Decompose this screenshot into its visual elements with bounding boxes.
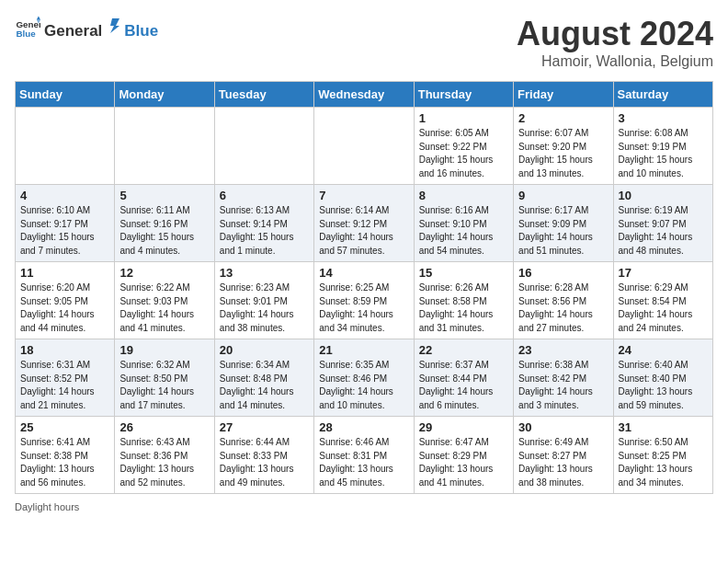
day-info: Sunrise: 6:11 AM Sunset: 9:16 PM Dayligh… (119, 204, 209, 258)
calendar-week-row: 4Sunrise: 6:10 AM Sunset: 9:17 PM Daylig… (16, 185, 713, 262)
day-number: 22 (419, 343, 508, 357)
calendar-day-cell: 24Sunrise: 6:40 AM Sunset: 8:40 PM Dayli… (613, 339, 712, 417)
calendar-day-cell: 10Sunrise: 6:19 AM Sunset: 9:07 PM Dayli… (613, 185, 712, 262)
calendar-day-cell: 17Sunrise: 6:29 AM Sunset: 8:54 PM Dayli… (613, 262, 712, 339)
day-info: Sunrise: 6:29 AM Sunset: 8:54 PM Dayligh… (619, 282, 708, 335)
calendar-day-cell: 11Sunrise: 6:20 AM Sunset: 9:05 PM Dayli… (16, 262, 115, 339)
day-info: Sunrise: 6:25 AM Sunset: 8:59 PM Dayligh… (319, 282, 408, 335)
day-number: 11 (20, 266, 109, 280)
svg-marker-4 (110, 18, 119, 33)
day-number: 30 (518, 420, 608, 434)
day-number: 19 (119, 343, 209, 357)
calendar-day-cell (16, 108, 115, 185)
day-info: Sunrise: 6:22 AM Sunset: 9:03 PM Dayligh… (119, 282, 209, 335)
day-number: 27 (220, 420, 309, 434)
calendar-day-cell: 23Sunrise: 6:38 AM Sunset: 8:42 PM Dayli… (514, 339, 613, 417)
calendar-day-cell: 5Sunrise: 6:11 AM Sunset: 9:16 PM Daylig… (115, 185, 214, 262)
calendar-day-cell: 1Sunrise: 6:05 AM Sunset: 9:22 PM Daylig… (414, 108, 513, 185)
calendar-col-header: Wednesday (314, 82, 414, 108)
day-number: 4 (20, 189, 109, 202)
footer-note: Daylight hours (15, 501, 713, 512)
day-info: Sunrise: 6:49 AM Sunset: 8:27 PM Dayligh… (518, 436, 608, 489)
calendar-day-cell: 31Sunrise: 6:50 AM Sunset: 8:25 PM Dayli… (613, 417, 712, 494)
day-info: Sunrise: 6:26 AM Sunset: 8:58 PM Dayligh… (419, 282, 508, 335)
calendar-day-cell: 30Sunrise: 6:49 AM Sunset: 8:27 PM Dayli… (514, 417, 613, 494)
day-info: Sunrise: 6:41 AM Sunset: 8:38 PM Dayligh… (20, 436, 109, 489)
day-number: 18 (20, 343, 109, 357)
calendar-col-header: Tuesday (214, 82, 313, 108)
calendar-day-cell (115, 108, 214, 185)
day-number: 13 (220, 266, 309, 280)
day-number: 23 (518, 343, 608, 357)
logo-icon: General Blue (15, 15, 40, 40)
day-info: Sunrise: 6:44 AM Sunset: 8:33 PM Dayligh… (220, 436, 309, 489)
day-info: Sunrise: 6:07 AM Sunset: 9:20 PM Dayligh… (518, 127, 608, 180)
day-number: 26 (119, 420, 209, 434)
day-info: Sunrise: 6:37 AM Sunset: 8:44 PM Dayligh… (419, 359, 508, 412)
calendar-day-cell: 15Sunrise: 6:26 AM Sunset: 8:58 PM Dayli… (414, 262, 513, 339)
svg-marker-2 (37, 16, 40, 19)
calendar-col-header: Friday (514, 82, 613, 108)
calendar-week-row: 11Sunrise: 6:20 AM Sunset: 9:05 PM Dayli… (16, 262, 713, 339)
day-info: Sunrise: 6:43 AM Sunset: 8:36 PM Dayligh… (119, 436, 209, 489)
calendar-day-cell: 20Sunrise: 6:34 AM Sunset: 8:48 PM Dayli… (214, 339, 313, 417)
calendar-day-cell: 22Sunrise: 6:37 AM Sunset: 8:44 PM Dayli… (414, 339, 513, 417)
calendar-col-header: Monday (115, 82, 214, 108)
day-number: 21 (319, 343, 408, 357)
day-number: 1 (419, 111, 508, 125)
day-number: 5 (119, 189, 209, 202)
calendar-day-cell: 9Sunrise: 6:17 AM Sunset: 9:09 PM Daylig… (514, 185, 613, 262)
logo-arrow-icon (103, 16, 123, 36)
calendar-day-cell: 29Sunrise: 6:47 AM Sunset: 8:29 PM Dayli… (414, 417, 513, 494)
day-info: Sunrise: 6:13 AM Sunset: 9:14 PM Dayligh… (220, 204, 309, 258)
calendar-week-row: 25Sunrise: 6:41 AM Sunset: 8:38 PM Dayli… (16, 417, 713, 494)
day-info: Sunrise: 6:35 AM Sunset: 8:46 PM Dayligh… (319, 359, 408, 412)
day-info: Sunrise: 6:16 AM Sunset: 9:10 PM Dayligh… (419, 204, 508, 258)
day-number: 29 (419, 420, 508, 434)
day-info: Sunrise: 6:05 AM Sunset: 9:22 PM Dayligh… (419, 127, 508, 180)
day-info: Sunrise: 6:23 AM Sunset: 9:01 PM Dayligh… (220, 282, 309, 335)
calendar-week-row: 18Sunrise: 6:31 AM Sunset: 8:52 PM Dayli… (16, 339, 713, 417)
day-info: Sunrise: 6:38 AM Sunset: 8:42 PM Dayligh… (518, 359, 608, 412)
day-number: 17 (619, 266, 708, 280)
day-info: Sunrise: 6:34 AM Sunset: 8:48 PM Dayligh… (220, 359, 309, 412)
day-info: Sunrise: 6:10 AM Sunset: 9:17 PM Dayligh… (20, 204, 109, 258)
calendar-day-cell: 13Sunrise: 6:23 AM Sunset: 9:01 PM Dayli… (214, 262, 313, 339)
day-info: Sunrise: 6:46 AM Sunset: 8:31 PM Dayligh… (319, 436, 408, 489)
calendar-week-row: 1Sunrise: 6:05 AM Sunset: 9:22 PM Daylig… (16, 108, 713, 185)
day-info: Sunrise: 6:28 AM Sunset: 8:56 PM Dayligh… (518, 282, 608, 335)
day-number: 14 (319, 266, 408, 280)
calendar-day-cell: 25Sunrise: 6:41 AM Sunset: 8:38 PM Dayli… (16, 417, 115, 494)
calendar-day-cell: 4Sunrise: 6:10 AM Sunset: 9:17 PM Daylig… (16, 185, 115, 262)
day-number: 6 (220, 189, 309, 202)
logo-blue: Blue (124, 22, 158, 40)
calendar-table: SundayMondayTuesdayWednesdayThursdayFrid… (15, 81, 713, 494)
day-info: Sunrise: 6:47 AM Sunset: 8:29 PM Dayligh… (419, 436, 508, 489)
calendar-day-cell: 12Sunrise: 6:22 AM Sunset: 9:03 PM Dayli… (115, 262, 214, 339)
page-title: August 2024 (517, 15, 713, 53)
day-number: 2 (518, 111, 608, 125)
day-number: 25 (20, 420, 109, 434)
day-info: Sunrise: 6:14 AM Sunset: 9:12 PM Dayligh… (319, 204, 408, 258)
calendar-day-cell: 18Sunrise: 6:31 AM Sunset: 8:52 PM Dayli… (16, 339, 115, 417)
day-number: 12 (119, 266, 209, 280)
day-number: 28 (319, 420, 408, 434)
logo: General Blue General Blue (15, 15, 158, 40)
day-number: 16 (518, 266, 608, 280)
day-number: 3 (619, 111, 708, 125)
day-info: Sunrise: 6:32 AM Sunset: 8:50 PM Dayligh… (119, 359, 209, 412)
calendar-day-cell: 2Sunrise: 6:07 AM Sunset: 9:20 PM Daylig… (514, 108, 613, 185)
calendar-header-row: SundayMondayTuesdayWednesdayThursdayFrid… (16, 82, 713, 108)
calendar-col-header: Sunday (16, 82, 115, 108)
day-number: 9 (518, 189, 608, 202)
day-info: Sunrise: 6:17 AM Sunset: 9:09 PM Dayligh… (518, 204, 608, 258)
calendar-day-cell: 8Sunrise: 6:16 AM Sunset: 9:10 PM Daylig… (414, 185, 513, 262)
day-info: Sunrise: 6:31 AM Sunset: 8:52 PM Dayligh… (20, 359, 109, 412)
day-info: Sunrise: 6:08 AM Sunset: 9:19 PM Dayligh… (619, 127, 708, 180)
day-number: 31 (619, 420, 708, 434)
calendar-col-header: Thursday (414, 82, 513, 108)
day-info: Sunrise: 6:50 AM Sunset: 8:25 PM Dayligh… (619, 436, 708, 489)
day-number: 15 (419, 266, 508, 280)
day-info: Sunrise: 6:40 AM Sunset: 8:40 PM Dayligh… (619, 359, 708, 412)
svg-text:Blue: Blue (16, 29, 36, 39)
